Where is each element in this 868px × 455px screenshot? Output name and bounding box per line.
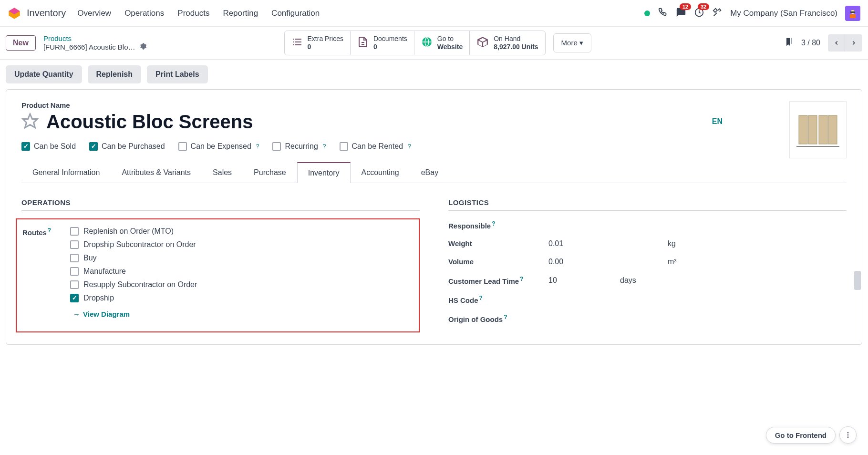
stat-extra-prices[interactable]: Extra Prices 0 bbox=[285, 31, 351, 55]
app-logo-icon[interactable] bbox=[8, 7, 21, 20]
route-item[interactable]: Resupply Subcontractor on Order bbox=[70, 280, 197, 289]
svg-rect-15 bbox=[799, 115, 807, 144]
breadcrumb: Products [FURN_6666] Acoustic Blo… bbox=[43, 34, 147, 52]
origin-label: Origin of Goods? bbox=[448, 314, 548, 323]
weight-value[interactable]: 0.01 bbox=[548, 239, 620, 248]
nav-overview[interactable]: Overview bbox=[77, 9, 111, 18]
pager-prev-button[interactable] bbox=[828, 34, 845, 52]
check-recurring[interactable]: Recurring? bbox=[272, 142, 326, 151]
svg-rect-8 bbox=[295, 39, 301, 40]
route-label: Dropship bbox=[83, 294, 114, 302]
responsible-label: Responsible? bbox=[448, 220, 548, 230]
help-icon[interactable]: ? bbox=[492, 220, 495, 227]
messages-badge: 12 bbox=[680, 3, 691, 10]
route-item[interactable]: Manufacture bbox=[70, 267, 197, 276]
checkbox-icon[interactable] bbox=[70, 294, 79, 302]
product-title[interactable]: Acoustic Bloc Screens bbox=[46, 111, 704, 133]
tab-attributes-variants[interactable]: Attributes & Variants bbox=[111, 162, 202, 183]
user-avatar[interactable] bbox=[845, 6, 860, 21]
stat-value: Website bbox=[437, 43, 463, 51]
section-title-operations: OPERATIONS bbox=[21, 198, 420, 211]
new-button[interactable]: New bbox=[6, 35, 36, 51]
route-item[interactable]: Buy bbox=[70, 254, 197, 262]
nav-products[interactable]: Products bbox=[177, 9, 209, 18]
language-badge[interactable]: EN bbox=[712, 117, 723, 126]
help-icon[interactable]: ? bbox=[479, 295, 483, 301]
nav-configuration[interactable]: Configuration bbox=[271, 9, 320, 18]
checkbox-icon[interactable] bbox=[89, 142, 98, 151]
tab-sales[interactable]: Sales bbox=[202, 162, 243, 183]
stat-onhand[interactable]: On Hand 8,927.00 Units bbox=[470, 31, 545, 55]
tab-purchase[interactable]: Purchase bbox=[243, 162, 297, 183]
company-switcher[interactable]: My Company (San Francisco) bbox=[730, 9, 837, 18]
product-image[interactable] bbox=[789, 101, 847, 158]
help-icon[interactable]: ? bbox=[256, 143, 259, 150]
check-label: Can be Purchased bbox=[102, 142, 165, 151]
scrollbar[interactable] bbox=[854, 271, 861, 290]
checkbox-icon[interactable] bbox=[21, 142, 30, 151]
tab-general-information[interactable]: General Information bbox=[21, 162, 111, 183]
update-quantity-button[interactable]: Update Quantity bbox=[6, 65, 82, 83]
logistics-section: LOGISTICS Responsible? Weight 0.01 kg Vo… bbox=[448, 198, 847, 333]
print-labels-button[interactable]: Print Labels bbox=[147, 65, 208, 83]
checkbox-icon[interactable] bbox=[178, 142, 187, 151]
check-can-be-sold[interactable]: Can be Sold bbox=[21, 142, 76, 151]
tabs: General Information Attributes & Variant… bbox=[21, 162, 847, 183]
pager-text[interactable]: 3 / 80 bbox=[801, 39, 820, 47]
nav-reporting[interactable]: Reporting bbox=[223, 9, 258, 18]
app-title[interactable]: Inventory bbox=[27, 8, 66, 19]
checkbox-icon[interactable] bbox=[70, 254, 79, 262]
help-icon[interactable]: ? bbox=[323, 143, 326, 150]
tab-inventory[interactable]: Inventory bbox=[297, 162, 351, 183]
pager-next-button[interactable] bbox=[845, 34, 862, 52]
check-can-be-expensed[interactable]: Can be Expensed? bbox=[178, 142, 259, 151]
volume-value[interactable]: 0.00 bbox=[548, 258, 620, 266]
lead-time-label: Customer Lead Time? bbox=[448, 276, 548, 285]
breadcrumb-products[interactable]: Products bbox=[43, 34, 147, 42]
stat-value: 0 bbox=[308, 43, 343, 51]
bookmark-icon[interactable] bbox=[784, 37, 794, 48]
more-button[interactable]: More ▾ bbox=[553, 33, 591, 52]
check-can-be-rented[interactable]: Can be Rented? bbox=[340, 142, 411, 151]
svg-rect-5 bbox=[850, 11, 855, 13]
view-diagram-label: View Diagram bbox=[83, 310, 130, 318]
stat-label: On Hand bbox=[494, 35, 538, 43]
star-icon[interactable] bbox=[21, 113, 39, 131]
checkbox-icon[interactable] bbox=[70, 227, 79, 236]
checkbox-icon[interactable] bbox=[340, 142, 348, 151]
svg-marker-14 bbox=[23, 114, 37, 128]
volume-unit: m³ bbox=[668, 258, 677, 266]
tab-ebay[interactable]: eBay bbox=[410, 162, 449, 183]
routes-label: Routes? bbox=[22, 227, 70, 318]
route-item[interactable]: Dropship bbox=[70, 294, 197, 302]
route-item[interactable]: Dropship Subcontractor on Order bbox=[70, 240, 197, 249]
topbar-right: 12 32 My Company (San Francisco) bbox=[644, 6, 860, 21]
svg-rect-9 bbox=[293, 41, 294, 42]
phone-icon[interactable] bbox=[658, 7, 668, 19]
replenish-button[interactable]: Replenish bbox=[88, 65, 141, 83]
checkbox-icon[interactable] bbox=[70, 240, 79, 249]
view-diagram-link[interactable]: → View Diagram bbox=[73, 310, 197, 318]
lead-time-unit: days bbox=[620, 276, 636, 285]
messages-icon[interactable]: 12 bbox=[676, 7, 686, 19]
lead-time-value[interactable]: 10 bbox=[548, 276, 620, 285]
tab-accounting[interactable]: Accounting bbox=[351, 162, 410, 183]
check-label: Recurring bbox=[285, 142, 318, 151]
help-icon[interactable]: ? bbox=[504, 314, 507, 321]
activity-badge: 32 bbox=[698, 3, 709, 10]
gear-icon[interactable] bbox=[139, 42, 147, 52]
stat-website[interactable]: Go to Website bbox=[414, 31, 470, 55]
stat-documents[interactable]: Documents 0 bbox=[351, 31, 414, 55]
check-can-be-purchased[interactable]: Can be Purchased bbox=[89, 142, 165, 151]
help-icon[interactable]: ? bbox=[520, 276, 523, 282]
stat-label: Documents bbox=[373, 35, 407, 43]
nav-operations[interactable]: Operations bbox=[124, 9, 164, 18]
checkbox-icon[interactable] bbox=[272, 142, 281, 151]
tools-icon[interactable] bbox=[712, 7, 723, 19]
checkbox-icon[interactable] bbox=[70, 280, 79, 289]
activity-icon[interactable]: 32 bbox=[694, 7, 704, 19]
help-icon[interactable]: ? bbox=[48, 227, 51, 234]
route-item[interactable]: Replenish on Order (MTO) bbox=[70, 227, 197, 236]
help-icon[interactable]: ? bbox=[408, 143, 411, 150]
checkbox-icon[interactable] bbox=[70, 267, 79, 276]
